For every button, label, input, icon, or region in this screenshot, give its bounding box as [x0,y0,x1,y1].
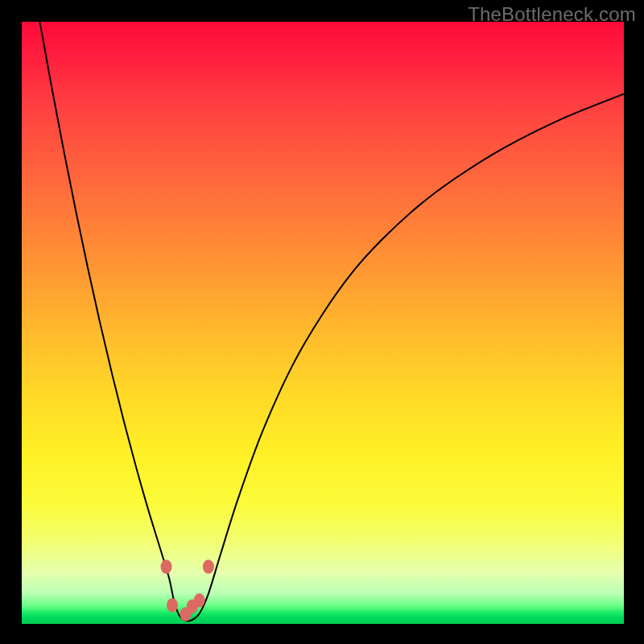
curve-beads [161,559,214,621]
bead [161,559,172,574]
bead [203,559,214,574]
curve-layer [22,22,624,624]
bead [194,593,205,608]
chart-frame: TheBottleneck.com [0,0,644,644]
watermark: TheBottleneck.com [468,3,636,26]
plot-area [22,22,624,624]
bead [167,598,178,613]
bottleneck-curve [31,22,624,621]
